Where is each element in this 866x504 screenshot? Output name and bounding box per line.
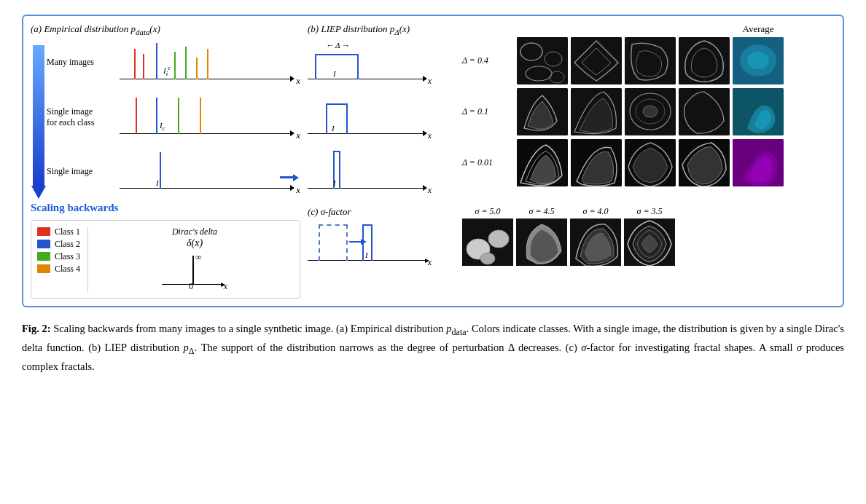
delta01-imgs [517,88,784,135]
delta04-imgs [517,37,784,84]
dirac-section: Dirac's delta δ(x) x ∞ 0 [87,227,294,292]
fractal-img-04-3 [625,37,676,84]
left-panel: (a) Empirical distribution pdata(x) Many… [31,23,300,299]
row3-label: Single image [47,166,120,178]
fractal-header: Average [462,23,835,35]
row2-axis: x Ic [120,98,300,141]
svg-point-10 [747,52,769,69]
fractal-img-04-avg [733,37,784,84]
fractal-img-001-3 [625,139,676,186]
row1-label: Many images [47,57,120,68]
sigma-rect-dashed [319,224,348,261]
fractal-img-04-1 [517,37,568,84]
fractal-img-01-4 [679,88,730,135]
right-panel: (b) LIEP distribution pΔ(x) ←Δ→ x [308,23,835,299]
fractal-img-001-avg [733,139,784,186]
sigma-col-35: σ = 3.5 [624,206,675,266]
delta04-label: Δ = 0.4 [462,55,517,66]
legend-dirac-section: Class 1 Class 2 Class 3 Class 4 [31,220,300,299]
single-image-each-class-row: Single imagefor each class x Ic [47,94,300,141]
sigma-col-40: σ = 4.0 [570,206,621,266]
sigma-img-35 [624,218,675,266]
svg-rect-0 [517,37,568,84]
sigma-col-50: σ = 5.0 [462,206,513,266]
liep-panel: (b) LIEP distribution pΔ(x) ←Δ→ x [308,23,453,199]
sigma-label-40: σ = 4.0 [570,206,621,217]
sigma-left: (c) σ-factor x [308,206,453,268]
fractal-header-items: Average [517,23,784,35]
legend-class1: Class 1 [37,227,80,237]
sigma-label-35: σ = 3.5 [624,206,675,217]
figure-container: (a) Empirical distribution pdata(x) Many… [22,15,844,307]
fractal-img-04-4 [679,37,730,84]
sigma-img-40 [570,218,621,266]
row3-axis: x I [120,152,300,196]
sigma-section: (c) σ-factor x [308,206,835,268]
legend-class3: Class 3 [37,251,80,262]
right-top-section: (b) LIEP distribution pΔ(x) ←Δ→ x [308,23,835,199]
sigma-label-45: σ = 4.5 [516,206,567,217]
sigma-axis: x I [308,221,432,268]
liep-row2: x I [308,94,453,141]
delta001-label: Δ = 0.01 [462,157,517,168]
legend: Class 1 Class 2 Class 3 Class 4 [37,227,80,292]
legend-color-class2 [37,240,50,248]
liep-rect-wide [315,54,359,79]
liep-rect-medium [326,103,348,134]
average-label: Average [733,23,784,35]
fractal-img-01-2 [571,88,622,135]
liep-row3: x I [308,149,453,196]
fractal-img-001-1 [517,139,568,186]
sigma-col-45: σ = 4.5 [516,206,567,266]
sigma-img-50 [462,218,513,266]
legend-class2: Class 2 [37,239,80,250]
caption-text: Scaling backwards from many images to a … [22,323,844,372]
figure-caption: Fig. 2: Scaling backwards from many imag… [22,320,844,376]
liep-row1: ←Δ→ x I [308,39,453,87]
svg-rect-5 [571,37,622,84]
scaling-label: Scaling backwards [31,202,300,214]
many-images-row: Many images x [47,39,300,87]
sigma-img-45 [516,218,567,266]
svg-point-27 [480,253,495,264]
sigma-imgs: σ = 5.0 σ = 4.5 [462,206,675,266]
fractal-row-delta04: Δ = 0.4 [462,37,835,84]
row1-axis: x Iic [120,43,300,87]
svg-point-16 [643,106,658,117]
figure-wrapper: (a) Empirical distribution pdata(x) Many… [22,15,844,375]
liep-title: (b) LIEP distribution pΔ(x) [308,23,453,36]
dirac-axis: x ∞ 0 [162,252,227,292]
sigma-title: (c) σ-factor [308,206,453,218]
liep-row2-axis: x I [308,94,432,141]
fractal-row-delta01: Δ = 0.1 [462,88,835,135]
liep-row3-axis: x I [308,149,432,196]
fractal-img-01-3 [625,88,676,135]
legend-class4: Class 4 [37,264,80,275]
fractal-section: Average Δ = 0.4 [462,23,835,199]
caption-bold: Fig. 2: [22,323,51,334]
legend-color-class1 [37,227,50,236]
svg-point-26 [488,230,509,248]
fractal-img-001-4 [679,139,730,186]
row2-label: Single imagefor each class [47,106,120,129]
fractal-img-01-avg [733,88,784,135]
fractal-img-001-2 [571,139,622,186]
fractal-row-delta001: Δ = 0.01 [462,139,835,186]
single-image-row: Single image x I [47,149,300,196]
delta01-label: Δ = 0.1 [462,106,517,117]
delta001-imgs [517,139,784,186]
fractal-img-04-2 [571,37,622,84]
legend-color-class4 [37,264,50,273]
left-panel-title: (a) Empirical distribution pdata(x) [31,23,300,36]
fractal-img-01-1 [517,88,568,135]
sigma-label-50: σ = 5.0 [462,206,513,217]
liep-row1-axis: x I [308,39,432,87]
legend-color-class3 [37,252,50,261]
